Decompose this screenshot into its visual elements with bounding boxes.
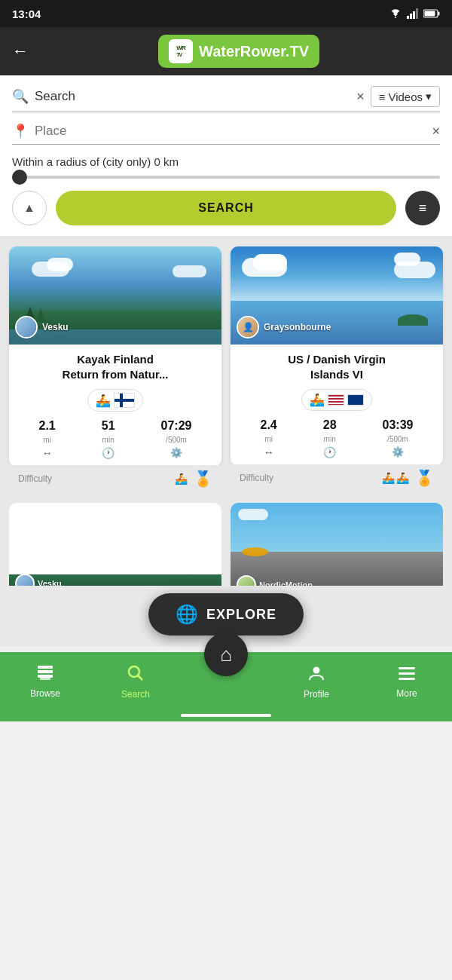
collapse-button[interactable]: ▲ — [12, 191, 47, 225]
home-icon: ⌂ — [220, 643, 232, 666]
search-area: 🔍 × ≡ Videos ▾ 📍 × Within a radius of (c… — [0, 75, 452, 236]
back-button[interactable]: ← — [12, 41, 29, 61]
author-name-vesku: Vesku — [42, 322, 69, 332]
bottom-indicator — [181, 714, 271, 717]
wifi-icon — [389, 8, 402, 19]
filter-icon: ≡ — [379, 90, 386, 103]
filter-lines-icon: ≡ — [419, 201, 427, 216]
difficulty-icons-vi: 🚣 🚣 — [382, 472, 409, 484]
nav-item-browse[interactable]: Browse — [0, 666, 90, 699]
videos-label: Videos — [388, 90, 423, 103]
svg-rect-1 — [410, 14, 412, 19]
explore-label: EXPLORE — [206, 607, 276, 623]
card-inner-finland: Vesku Kayak FinlandReturn from Natur... … — [9, 247, 221, 467]
difficulty-icons-finland: 🚣 — [175, 473, 188, 485]
svg-line-12 — [139, 676, 143, 681]
slider-thumb[interactable] — [12, 170, 27, 185]
flag-us — [328, 394, 344, 406]
battery-icon — [423, 9, 440, 18]
clear-search-button[interactable]: × — [356, 89, 365, 105]
status-icons — [389, 8, 440, 19]
svg-rect-5 — [438, 12, 440, 16]
card-author-graysonbourne: 👤 Graysonbourne — [237, 316, 331, 338]
card-stats-vi: 2.4 mi ↔ 28 min 🕐 03:39 /500m ⚙️ — [240, 418, 434, 458]
stat-distance-finland: 2.1 mi ↔ — [39, 419, 56, 459]
card-body-finland: Kayak FinlandReturn from Natur... 🚣 2.1 … — [9, 345, 221, 467]
card-body-vi: US / Danish VirginIslands VI 🚣 2.4 mi ↔ — [231, 345, 443, 466]
svg-rect-0 — [407, 16, 409, 19]
card-virgin-islands[interactable]: 👤 Graysonbourne US / Danish VirginIsland… — [231, 247, 443, 492]
top-bar: ← WRTV WaterRower.TV — [0, 27, 452, 75]
flag-finland — [114, 393, 135, 408]
svg-rect-7 — [38, 666, 53, 669]
action-row: ▲ SEARCH ≡ — [12, 191, 440, 225]
search-icon: 🔍 — [12, 88, 29, 105]
explore-button[interactable]: 🌐 EXPLORE — [148, 593, 304, 635]
author-avatar-graysonbourne: 👤 — [237, 316, 259, 338]
clear-place-button[interactable]: × — [432, 124, 440, 139]
stat-distance-vi: 2.4 mi ↔ — [261, 418, 277, 458]
card-author-finland: Vesku — [15, 316, 69, 338]
card-image-vi: 👤 Graysonbourne — [231, 247, 443, 345]
svg-rect-2 — [413, 11, 415, 19]
bottom-nav: Browse Search ⌂ Profile — [0, 652, 452, 712]
nav-label-more: More — [396, 688, 417, 699]
browse-icon — [36, 666, 54, 685]
search-nav-icon — [127, 665, 144, 686]
place-input[interactable] — [35, 124, 426, 139]
nav-item-profile[interactable]: Profile — [271, 665, 362, 700]
radius-label: Within a radius of (city only) 0 km — [12, 155, 440, 168]
logo-text: WaterRower.TV — [199, 43, 309, 60]
stat-pace-vi: 03:39 /500m ⚙️ — [383, 418, 414, 458]
home-button[interactable]: ⌂ — [204, 632, 248, 676]
stat-time-finland: 51 min 🕐 — [102, 419, 115, 459]
svg-rect-8 — [38, 670, 53, 673]
app-logo: WRTV WaterRower.TV — [158, 35, 319, 68]
card-title-finland: Kayak FinlandReturn from Natur... — [18, 352, 212, 381]
svg-point-11 — [129, 666, 139, 677]
videos-filter-button[interactable]: ≡ Videos ▾ — [371, 86, 440, 107]
status-time: 13:04 — [12, 8, 41, 20]
svg-rect-6 — [425, 11, 435, 17]
stat-time-vi: 28 min 🕐 — [323, 418, 337, 458]
profile-icon — [308, 665, 325, 686]
card-stats-finland: 2.1 mi ↔ 51 min 🕐 07:29 /500m ⚙️ — [18, 419, 212, 459]
svg-rect-9 — [38, 675, 53, 678]
nav-label-search: Search — [121, 689, 150, 700]
card-inner-vi: 👤 Graysonbourne US / Danish VirginIsland… — [231, 247, 443, 466]
logo-icon: WRTV — [169, 39, 193, 63]
svg-rect-15 — [399, 672, 415, 675]
more-icon — [399, 666, 415, 685]
card-flags-vi: 🚣 — [240, 389, 434, 411]
nav-label-browse: Browse — [30, 688, 60, 699]
card-title-vi: US / Danish VirginIslands VI — [240, 352, 434, 381]
card-image-finland: Vesku — [9, 247, 221, 345]
filter-button[interactable]: ≡ — [405, 191, 440, 225]
status-bar: 13:04 — [0, 0, 452, 27]
globe-icon: 🌐 — [176, 604, 199, 625]
author-avatar-vesku — [15, 316, 38, 338]
search-input[interactable] — [35, 89, 350, 104]
svg-rect-3 — [416, 8, 418, 19]
card-flags-finland: 🚣 — [18, 389, 212, 412]
rowing-icon-vi: 🚣 — [310, 393, 325, 407]
card-finland[interactable]: Vesku Kayak FinlandReturn from Natur... … — [9, 247, 221, 492]
location-icon: 📍 — [12, 123, 29, 139]
svg-rect-14 — [399, 667, 415, 669]
svg-point-13 — [313, 667, 320, 674]
svg-rect-10 — [40, 678, 50, 680]
search-button[interactable]: SEARCH — [56, 191, 396, 225]
flag-vi — [347, 394, 364, 406]
dropdown-icon: ▾ — [426, 90, 432, 103]
svg-rect-16 — [399, 678, 415, 680]
search-row: 🔍 × ≡ Videos ▾ — [12, 86, 440, 112]
difficulty-row-vi: Difficulty 🚣 🚣 🏅 — [231, 464, 443, 492]
nav-label-profile: Profile — [304, 689, 329, 700]
radius-slider[interactable] — [12, 176, 440, 179]
difficulty-row-finland: Difficulty 🚣 🏅 — [9, 465, 221, 492]
nav-item-search[interactable]: Search — [90, 665, 181, 700]
nav-item-more[interactable]: More — [362, 666, 452, 699]
place-row: 📍 × — [12, 123, 440, 145]
rowing-icon-finland: 🚣 — [96, 394, 111, 408]
medal-finland: 🏅 — [194, 470, 212, 488]
